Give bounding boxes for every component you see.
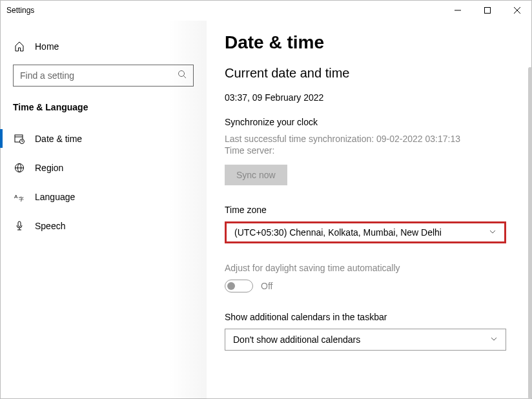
category-heading: Time & Language [0,87,207,124]
additional-calendars-label: Show additional calendars in the taskbar [225,312,506,322]
window-controls [443,0,532,21]
sync-now-button[interactable]: Sync now [225,165,287,185]
window-title: Settings [6,6,34,15]
svg-text:字: 字 [19,196,24,202]
timezone-dropdown[interactable]: (UTC+05:30) Chennai, Kolkata, Mumbai, Ne… [225,221,506,243]
microphone-icon [14,221,28,231]
search-input[interactable] [20,70,178,81]
additional-calendars-dropdown[interactable]: Don't show additional calendars [225,329,506,351]
search-icon [178,70,187,81]
timezone-value: (UTC+05:30) Chennai, Kolkata, Mumbai, Ne… [234,227,442,238]
globe-icon [14,163,28,173]
sync-server-value: Time server: [225,145,506,156]
search-box[interactable] [13,65,194,87]
nav-speech[interactable]: Speech [0,211,207,240]
page-title: Date & time [225,32,506,53]
sidebar: Home Time & Language Date & time Region … [0,21,207,399]
nav-region[interactable]: Region [0,153,207,182]
home-label: Home [35,41,59,52]
main-panel: Date & time Current date and time 03:37,… [207,21,532,399]
nav-language[interactable]: A字 Language [0,182,207,211]
chevron-down-icon [489,227,496,238]
sync-heading: Synchronize your clock [225,117,506,127]
dst-state: Off [261,281,272,291]
additional-calendars-value: Don't show additional calendars [233,334,360,345]
home-nav[interactable]: Home [0,34,207,59]
svg-text:A: A [14,194,18,200]
svg-rect-1 [485,8,491,14]
sync-last-value: Last successful time synchronization: 09… [225,134,506,144]
nav-label: Language [35,192,75,202]
scrollbar[interactable] [528,67,532,399]
nav-label: Date & time [35,134,82,144]
timezone-label: Time zone [225,205,506,215]
home-icon [14,41,28,52]
section-current-datetime: Current date and time [225,66,506,81]
svg-rect-16 [18,221,21,227]
svg-line-5 [184,76,187,79]
nav-date-time[interactable]: Date & time [0,124,207,153]
maximize-button[interactable] [473,0,502,21]
dst-toggle[interactable] [225,280,253,292]
close-button[interactable] [502,0,532,21]
nav-label: Region [35,163,63,173]
minimize-button[interactable] [443,0,473,21]
chevron-down-icon [490,334,498,345]
svg-point-4 [179,71,185,77]
language-icon: A字 [14,192,28,202]
calendar-clock-icon [14,134,28,144]
nav-label: Speech [35,221,65,231]
current-datetime-value: 03:37, 09 February 2022 [225,92,506,103]
dst-label: Adjust for daylight saving time automati… [225,263,506,273]
